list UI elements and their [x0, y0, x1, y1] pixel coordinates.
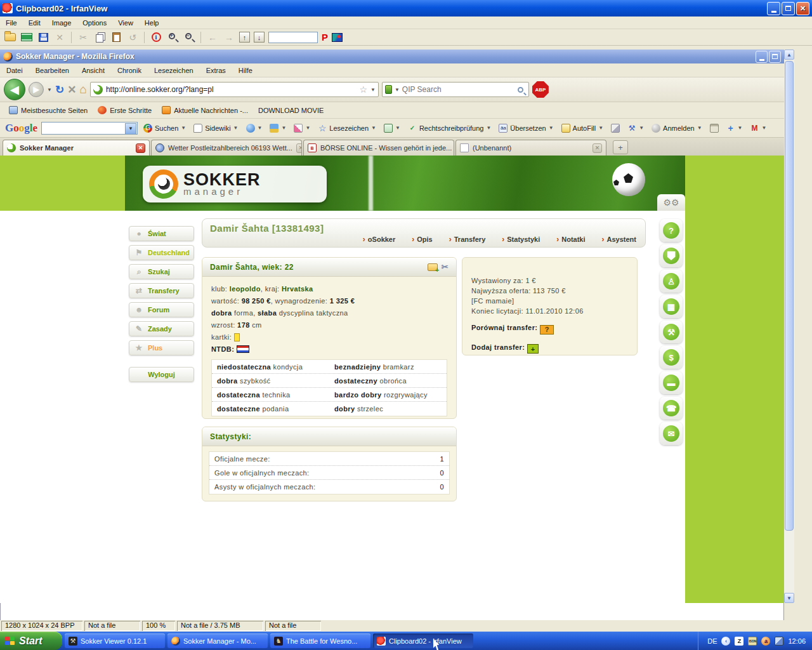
tab-sokker-manager: Sokker Manager✕ [3, 140, 150, 156]
tray-isdn-icon[interactable]: ISDN [748, 637, 757, 646]
sokker-page: SOKKERmanager ⚙⚙ ●Świat ⚑Deutschland ⌕Sz… [0, 156, 784, 603]
firefox-icon [171, 637, 180, 646]
autofill-button: AutoFill▼ [560, 123, 606, 134]
ff-menu-ansicht: Ansicht [75, 65, 111, 76]
palette-icon[interactable] [332, 33, 343, 42]
undo-icon[interactable]: ↺ [126, 32, 139, 43]
taskbar-button-irfanview[interactable]: Clipboard02 - IrfanView [373, 633, 473, 648]
skills-row: dostateczna technikabardzo dobry rozgryw… [212, 388, 447, 402]
close-button[interactable]: ✕ [796, 2, 809, 15]
last-image-icon[interactable]: ↓ [254, 32, 265, 43]
search-engine-icon [385, 85, 392, 94]
home-icon: ⌂ [79, 83, 86, 96]
hide-icons-chevron[interactable]: ‹ [721, 637, 730, 646]
clock[interactable]: 12:06 [788, 637, 806, 645]
irfanview-statusbar: 812 x 650 x 24 BPP Not a file 100 % No… [0, 620, 812, 632]
rules-icon: ✎ [134, 324, 143, 333]
restore-button[interactable] [782, 2, 795, 15]
grass-header: SOKKERmanager ⚙⚙ [125, 156, 685, 211]
image-info-icon[interactable]: i [150, 32, 162, 43]
stat-row: Oficjalne mecze:1 [209, 452, 449, 466]
vscroll-thumb [785, 61, 794, 531]
minimize-icon [771, 11, 776, 13]
sidebar-item-zasady: ✎Zasady [129, 321, 194, 336]
menu-edit[interactable]: Edit [23, 18, 46, 28]
search-magnifier-icon [518, 87, 523, 93]
yellow-card-icon [234, 333, 240, 342]
player-page-title: Damir Šahta [13381493] [210, 223, 638, 234]
zoom-out-icon[interactable]: − [183, 32, 195, 43]
ff-menu-lesezeichen: Lesezeichen [148, 65, 200, 76]
spellcheck-button: ✓Rechtschreibprüfung▼ [406, 123, 493, 134]
sidebar-item-szukaj: ⌕Szukaj [129, 264, 194, 279]
menu-image[interactable]: Image [46, 18, 77, 28]
delete-icon[interactable]: ✕ [53, 32, 66, 43]
print-icon[interactable]: P [322, 32, 328, 43]
google-g-icon: G [143, 124, 152, 133]
zoom-in-icon[interactable]: + [166, 32, 179, 43]
spellcheck-icon: ✓ [408, 124, 417, 133]
next-image-icon[interactable]: → [223, 32, 235, 43]
tab-unbenannt: (Unbenannt)✕ [455, 140, 606, 156]
network-icon[interactable] [775, 637, 783, 646]
toolbar-separator [71, 32, 72, 43]
transfer-arrows-icon: ⇄ [134, 286, 143, 295]
language-indicator[interactable]: DE [707, 637, 717, 645]
start-button[interactable]: Start [0, 632, 62, 650]
copy-icon[interactable] [93, 32, 106, 43]
restore-icon [785, 6, 791, 11]
tray-z-icon[interactable]: Z [735, 637, 743, 646]
minimize-button[interactable] [767, 2, 780, 15]
highlighter-button [609, 123, 622, 134]
open-file-icon[interactable] [4, 32, 16, 43]
pagerank-orb-icon [246, 124, 255, 133]
taskbar-button-sokker-viewer[interactable]: ⚒Sokker Viewer 0.12.1 [65, 633, 165, 648]
sidewiki-button: Sidewiki▼ [192, 123, 240, 134]
nav-transfery: ›Transfery [449, 235, 486, 244]
sidebar-item-deutschland: ⚑Deutschland [129, 245, 194, 260]
cut-icon[interactable]: ✂ [77, 32, 89, 43]
slideshow-icon[interactable] [20, 32, 33, 43]
lime-band-right [685, 156, 784, 603]
stop-icon: ✕ [67, 83, 76, 96]
statistics-header: Statystyki: [202, 427, 456, 446]
transfer-panel: Wystawiony za: 1 € Najwyższa oferta: 113… [462, 257, 638, 355]
training-icon: ⚒ [660, 321, 683, 343]
plus-icon: + [726, 124, 735, 133]
status-dimensions: 812 x 650 x 24 BPP [1, 621, 82, 631]
reload-icon: ↻ [55, 83, 64, 96]
paste-icon[interactable] [110, 32, 122, 43]
sokker-logo: SOKKERmanager [143, 166, 327, 202]
sidebar-item-transfery: ⇄Transfery [129, 283, 194, 298]
signin-button: Anmelden▼ [650, 123, 704, 134]
player-title-box: Damir Šahta [13381493] ›oSokker ›Opis ›T… [202, 218, 646, 248]
translate-button: âaÜbersetzen▼ [497, 123, 555, 134]
vertical-scrollbar: ▲ ▼ [784, 50, 794, 603]
save-icon[interactable] [37, 32, 49, 43]
add-transfer-button: + [527, 344, 539, 354]
google-logo: Google [5, 122, 37, 135]
first-image-icon[interactable]: ↑ [239, 32, 250, 43]
menu-file[interactable]: File [0, 18, 23, 28]
stat-row: Gole w oficjalnych meczach:0 [209, 466, 449, 480]
irfanview-app-icon [3, 3, 13, 13]
new-tab-icon: + [613, 140, 628, 154]
image-number-input[interactable] [268, 32, 318, 43]
taskbar-button-firefox[interactable]: Sokker Manager - Mo... [167, 633, 268, 648]
economy-icon: ▬ [660, 371, 683, 394]
highest-bidder: [FC mamaie] [471, 297, 628, 305]
tray-a-icon[interactable]: a [761, 637, 770, 646]
menu-view[interactable]: View [112, 18, 139, 28]
taskbar-button-wesnoth[interactable]: ♞The Battle for Wesno... [270, 633, 370, 648]
menu-help[interactable]: Help [139, 18, 165, 28]
menu-options[interactable]: Options [77, 18, 112, 28]
help-icon: ? [660, 219, 683, 242]
croatia-flag-icon [237, 345, 249, 353]
translate-icon: âa [499, 124, 508, 133]
search-engine-dropdown-icon: ▼ [395, 87, 400, 93]
irfanview-image-canvas: Sokker Manager - Mozilla Firefox Datei B… [0, 46, 812, 620]
desktop: Clipboard02 - IrfanView ✕ File Edit Imag… [0, 0, 812, 650]
prev-image-icon[interactable]: ← [206, 32, 219, 43]
tab-close-icon: ✕ [593, 143, 602, 153]
settings-gears-icon: ⚙⚙ [657, 194, 685, 211]
